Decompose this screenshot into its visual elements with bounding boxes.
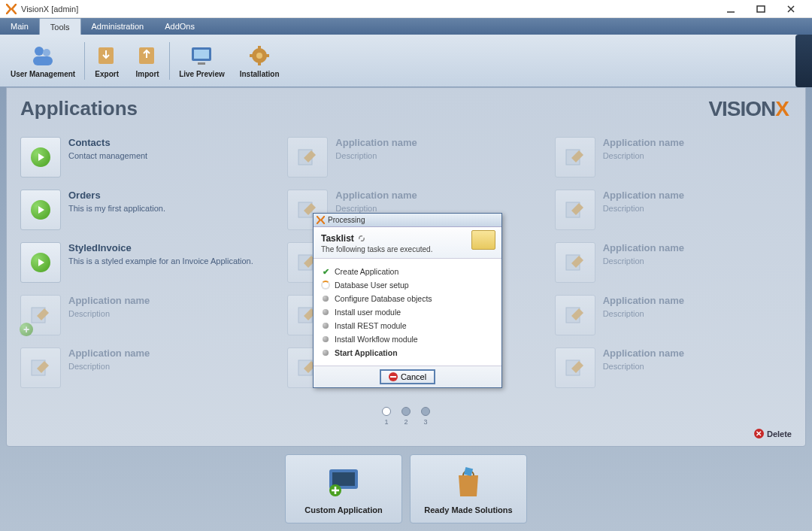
spinner-icon (321, 281, 330, 290)
dialog-titlebar[interactable]: Processing (314, 214, 501, 227)
tasklist-icon (471, 230, 495, 250)
dialog-overlay: Processing Tasklist The following tasks … (0, 0, 812, 531)
task-row: ✔Create Application (321, 265, 494, 278)
dialog-body: ✔Create Application Database User setup … (314, 259, 501, 366)
cancel-button[interactable]: Cancel (380, 369, 435, 384)
dialog-header-title: Tasklist (321, 233, 432, 244)
dialog-header-subtitle: The following tasks are executed. (321, 245, 432, 253)
dialog-header: Tasklist The following tasks are execute… (314, 227, 501, 259)
task-row: Configure Database objects (321, 292, 494, 305)
pending-dot-icon (321, 308, 330, 317)
dialog-title: Processing (328, 216, 365, 224)
task-row: Database User setup (321, 278, 494, 292)
pending-dot-icon (321, 335, 330, 344)
check-icon: ✔ (321, 267, 330, 276)
pending-dot-icon (321, 294, 330, 303)
task-row: Install REST module (321, 319, 494, 332)
dialog-footer: Cancel (314, 366, 501, 387)
task-row: Start Application (321, 346, 494, 360)
app-logo-icon (317, 216, 325, 224)
pending-dot-icon (321, 348, 330, 357)
task-row: Install Workflow module (321, 332, 494, 346)
cancel-icon (389, 372, 398, 381)
processing-dialog: Processing Tasklist The following tasks … (313, 213, 502, 388)
pending-dot-icon (321, 321, 330, 330)
task-row: Install user module (321, 305, 494, 319)
link-icon (357, 234, 366, 243)
